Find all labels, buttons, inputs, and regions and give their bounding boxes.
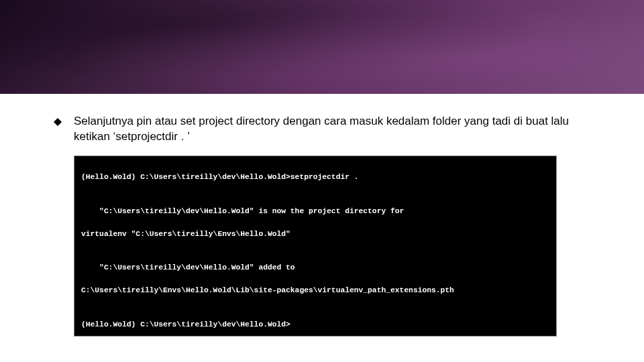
- terminal-line: "C:\Users\tireilly\dev\Hello.Wold" is no…: [81, 206, 549, 217]
- bullet-item: Selanjutnya pin atau set project directo…: [54, 114, 604, 145]
- svg-rect-0: [54, 118, 62, 126]
- diamond-bullet-icon: [54, 117, 62, 129]
- terminal-output: (Hello.Wold) C:\Users\tireilly\dev\Hello…: [74, 156, 557, 337]
- terminal-line: "C:\Users\tireilly\dev\Hello.Wold" added…: [81, 262, 549, 274]
- terminal-line: virtualenv "C:\Users\tireilly\Envs\Hello…: [81, 229, 549, 240]
- header-band: [0, 0, 644, 94]
- bullet-text: Selanjutnya pin atau set project directo…: [74, 114, 604, 145]
- terminal-line: (Hello.Wold) C:\Users\tireilly\dev\Hello…: [81, 172, 549, 183]
- slide-content: Selanjutnya pin atau set project directo…: [0, 94, 644, 337]
- terminal-line: (Hello.Wold) C:\Users\tireilly\dev\Hello…: [81, 319, 549, 330]
- terminal-line: C:\Users\tireilly\Envs\Hello.Wold\Lib\si…: [81, 285, 549, 296]
